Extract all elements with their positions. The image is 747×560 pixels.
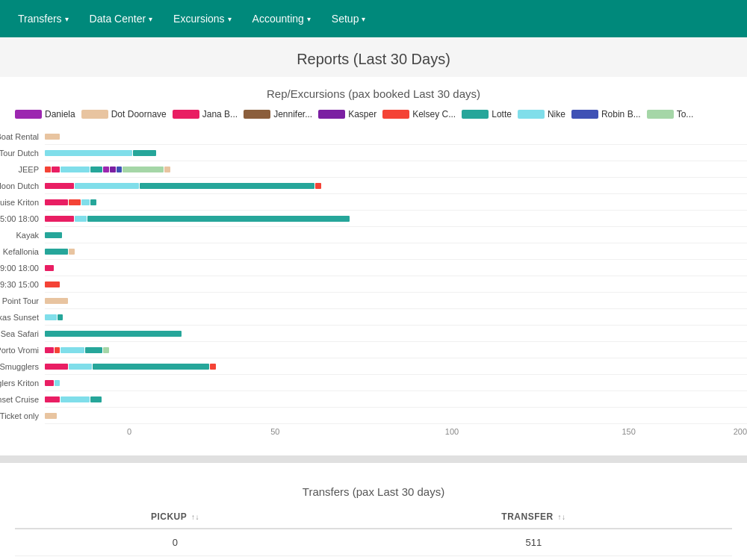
bar-segment	[45, 413, 57, 419]
chart-row: JEEP	[45, 161, 747, 178]
x-axis: 0 50 100 150 200	[127, 424, 747, 436]
bar-segment	[45, 364, 68, 370]
bars-area	[45, 245, 747, 258]
legend-label: Jennifer...	[273, 109, 312, 119]
bar-segment	[123, 167, 164, 172]
legend-label: To...	[677, 109, 694, 119]
col-transfer-sort[interactable]: ↑↓	[558, 513, 566, 521]
x-label-150: 150	[540, 427, 717, 436]
bar-segment	[45, 314, 57, 320]
bar-segment	[117, 167, 123, 172]
col-pickup-sort[interactable]: ↑↓	[191, 513, 199, 521]
bar-segment	[45, 167, 51, 172]
chart-row-label: Cruise Kriton	[0, 198, 45, 207]
bars-area	[45, 409, 747, 423]
bar-segment	[45, 265, 54, 271]
chart-row: V Point Tour	[45, 293, 747, 309]
bar-segment	[55, 380, 61, 386]
x-label-100: 100	[364, 427, 541, 436]
bar-segment	[61, 347, 84, 353]
bars-area	[45, 146, 747, 160]
chart-row-label: Porto Vromi	[0, 346, 45, 355]
legend-label: Dot Doornave	[111, 109, 167, 119]
bar-segment	[81, 199, 90, 205]
bar-segment	[103, 167, 109, 172]
legend-color	[647, 110, 674, 119]
nav-setup-arrow: ▾	[362, 15, 365, 23]
legend-color	[462, 110, 489, 119]
nav-datacenter[interactable]: Data Center ▾	[79, 0, 163, 37]
bars-area	[45, 327, 747, 340]
col-pickup[interactable]: PICKUP ↑↓	[15, 505, 335, 529]
nav-setup[interactable]: Setup ▾	[321, 0, 376, 37]
bar-segment	[85, 347, 102, 353]
chart-row: Boat Rental	[45, 128, 747, 145]
chart-row-label: Sea Safari	[0, 329, 45, 338]
chart-row-label: Kayak	[0, 231, 45, 240]
chart-row: Wranglers Kriton	[45, 375, 747, 391]
legend-color	[15, 110, 42, 119]
chart-row: 9:00 18:00	[45, 260, 747, 276]
bar-segment	[69, 364, 92, 370]
chart-row: Kekas Sunset	[45, 309, 747, 326]
chart-row: Moon Dutch	[45, 178, 747, 194]
col-pickup-label: PICKUP	[151, 511, 187, 522]
legend-color	[173, 110, 199, 119]
table-row: 0 11	[15, 556, 732, 561]
bar-segment	[45, 331, 182, 337]
legend-label: Daniela	[45, 109, 75, 119]
chart-row-label: 9:00 18:00	[0, 264, 45, 273]
bars-area	[45, 179, 747, 193]
legend-label: Kasper	[348, 109, 376, 119]
nav-transfers[interactable]: Transfers ▾	[7, 0, 79, 37]
page-title: Reports (Last 30 Days)	[0, 37, 747, 77]
chart-inner: Boat RentalTour DutchJEEPMoon DutchCruis…	[45, 128, 747, 424]
legend-color	[318, 110, 345, 119]
nav-transfers-label: Transfers	[18, 13, 62, 25]
chart-row-label: Wranglers Kriton	[0, 379, 45, 388]
nav-excursions-arrow: ▾	[228, 15, 232, 23]
chart-row-label: Sunset Cruise	[0, 395, 45, 404]
chart-row-label: Kekas Sunset	[0, 313, 45, 322]
bar-segment	[75, 216, 87, 222]
bar-segment	[45, 216, 74, 222]
nav-setup-label: Setup	[332, 13, 359, 25]
chart-row: Cruise Kriton	[45, 194, 747, 211]
bar-segment	[90, 199, 96, 205]
legend-color	[571, 110, 598, 119]
chart-legend: Daniela Dot Doornave Jana B... Jennifer.…	[0, 106, 747, 125]
legend-item: Jana B...	[173, 109, 238, 119]
col-transfer[interactable]: TRANSFER ↑↓	[335, 505, 732, 529]
legend-item: To...	[647, 109, 694, 119]
legend-label: Kelsey C...	[412, 109, 456, 119]
chart-row: Sunset Cruise	[45, 391, 747, 408]
nav-accounting[interactable]: Accounting ▾	[242, 0, 321, 37]
chart-row-label: Boat Rental	[0, 132, 45, 141]
bar-segment	[103, 347, 109, 353]
chart-row: Kefallonia	[45, 243, 747, 260]
bar-segment	[58, 314, 63, 320]
section-divider	[0, 455, 747, 463]
cell-transfer: 511	[335, 529, 732, 556]
nav-excursions[interactable]: Excursions ▾	[163, 0, 241, 37]
bar-segment	[45, 249, 68, 255]
bars-area	[45, 393, 747, 406]
bars-area	[45, 311, 747, 324]
legend-color	[81, 110, 108, 119]
x-label-200: 200	[717, 427, 747, 436]
legend-label: Jana B...	[202, 109, 238, 119]
bars-area	[45, 376, 747, 390]
bar-segment	[45, 298, 68, 304]
chart-row: 9:30 15:00	[45, 276, 747, 293]
bar-segment	[140, 183, 314, 189]
chart-row: Sea Safari	[45, 326, 747, 342]
chart-container: Boat RentalTour DutchJEEPMoon DutchCruis…	[0, 125, 747, 444]
bars-area	[45, 163, 747, 176]
bar-segment	[45, 281, 60, 287]
legend-color	[382, 110, 409, 119]
bar-segment	[90, 396, 102, 402]
bar-segment	[45, 380, 54, 386]
legend-item: Kasper	[318, 109, 376, 119]
bar-segment	[61, 167, 90, 172]
bar-segment	[315, 183, 321, 189]
